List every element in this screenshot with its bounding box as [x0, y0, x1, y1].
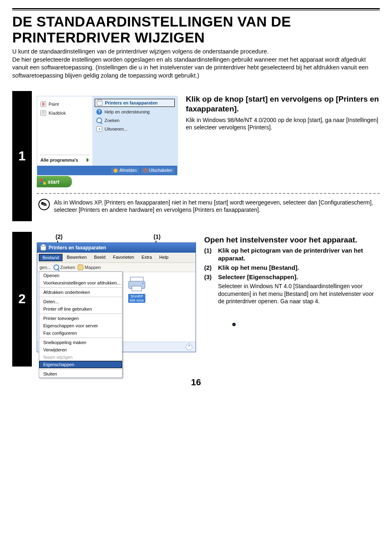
help-icon: ? [96, 109, 102, 115]
page-title: DE STANDAARDINSTELLINGEN VAN DE PRINTERD… [12, 14, 380, 45]
menu-bewerken[interactable]: Bewerken [63, 254, 90, 261]
printer-driver-icon[interactable]: SHARPMX-xxxx [128, 276, 146, 303]
step-2-title: Open het instelvenster voor het apparaat… [204, 235, 380, 245]
callout-2: (2) [56, 233, 62, 240]
folder-icon [78, 264, 83, 270]
start-label: start [48, 179, 59, 185]
chevron-up-icon: ⌃ [186, 344, 192, 350]
file-menu-item[interactable]: Eigenschappen voor server [39, 322, 122, 329]
file-menu-item[interactable]: Openen [39, 272, 122, 279]
printer-icon [97, 100, 102, 106]
toolbar: gen... Zoeken Mappen [37, 263, 196, 272]
paint-label: Paint [49, 102, 59, 107]
step-1-note-text: Als in Windows XP, [Printers en faxappar… [54, 199, 378, 213]
substep-1: (1) Klik op het pictogram van de printer… [204, 247, 380, 262]
power-icon [143, 169, 147, 173]
step-2-substeps: (1) Klik op het pictogram van de printer… [204, 247, 380, 281]
substep-text: Klik op het pictogram van de printerdriv… [218, 247, 380, 262]
file-menu-item[interactable]: Fax configureren [39, 329, 122, 337]
intro-text: U kunt de standaardinstellingen van de p… [12, 48, 380, 80]
menu-beeld[interactable]: Beeld [91, 254, 109, 261]
step-2: 2 (2) (1) Printers en faxapparaten Besta… [12, 232, 380, 367]
file-menu-dropdown: OpenenVoorkeursinstellingen voor afdrukk… [39, 271, 122, 378]
start-menu-item-search[interactable]: Zoeken [95, 117, 175, 124]
substep-label: (2) [204, 264, 216, 272]
substep-text: Selecteer [Eigenschappen]. [218, 273, 298, 281]
file-menu-item[interactable]: Afdrukken onderbreken [39, 289, 122, 296]
printer-label: SHARPMX-xxxx [128, 294, 146, 303]
step-1-desc: Klik in Windows 98/Me/NT 4.0/2000 op de … [186, 116, 380, 131]
printers-window-screenshot: (2) (1) Printers en faxapparaten Bestand… [37, 235, 196, 352]
file-menu-item[interactable]: Snelkoppeling maken [39, 339, 122, 346]
substep-label: (1) [204, 247, 216, 262]
substep-label: (3) [204, 273, 216, 281]
window-title-text: Printers en faxapparaten [49, 245, 106, 251]
top-rule [12, 8, 380, 11]
menu-bar: Bestand Bewerken Beeld Favorieten Extra … [37, 253, 196, 263]
search-label: Zoeken [105, 118, 120, 123]
callout-dot [232, 323, 236, 326]
start-button[interactable]: start [37, 176, 72, 187]
file-menu-item[interactable]: Sluiten [39, 370, 122, 378]
chevron-right-icon [87, 158, 89, 162]
step-1-title: Klik op de knop [start] en vervolgens op… [186, 94, 380, 114]
window-title: Printers en faxapparaten [37, 243, 196, 253]
menu-bestand[interactable]: Bestand [39, 254, 62, 261]
start-menu-item-paint[interactable]: Paint [40, 100, 90, 109]
substep-2: (2) Klik op het menu [Bestand]. [204, 264, 380, 272]
menu-favorieten[interactable]: Favorieten [109, 254, 137, 261]
kladblok-label: Kladblok [49, 111, 66, 116]
svg-point-3 [143, 282, 144, 284]
file-menu-item: Naam wijzigen [39, 353, 122, 361]
help-label: Help en ondersteuning [105, 109, 150, 114]
substep-text: Klik op het menu [Bestand]. [218, 264, 299, 272]
file-menu-item[interactable]: Eigenschappen [39, 361, 122, 368]
page-number: 16 [12, 377, 380, 388]
step-1-number: 1 [12, 91, 32, 221]
toolbar-search[interactable]: Zoeken [53, 264, 76, 270]
search-icon [96, 118, 102, 123]
toolbar-search-label: Zoeken [60, 265, 76, 270]
file-menu-item[interactable]: Voorkeursinstellingen voor afdrukken... [39, 279, 122, 287]
start-menu-item-kladblok[interactable]: Kladblok [40, 109, 90, 118]
file-menu-item[interactable]: Printer off line gebruiken [39, 305, 122, 313]
toolbar-item[interactable]: gen... [40, 265, 51, 270]
menu-extra[interactable]: Extra [138, 254, 155, 261]
menu-help[interactable]: Help [156, 254, 172, 261]
logoff-label: Afmelden [119, 168, 136, 173]
start-menu-item-help[interactable]: ? Help en ondersteuning [95, 108, 175, 116]
step-2-subnote: Selecteer in Windows NT 4.0 [Standaardin… [218, 282, 380, 305]
printers-fax-label: Printers en faxapparaten [105, 100, 158, 105]
printer-device-icon [128, 276, 146, 293]
search-icon [53, 264, 59, 270]
all-programs-label: Alle programma's [40, 158, 78, 162]
run-icon [96, 126, 102, 132]
key-icon [114, 169, 118, 173]
pencil-icon: ✎ [37, 197, 51, 212]
step-1-note: ✎ Als in Windows XP, [Printers en faxapp… [37, 193, 380, 221]
file-menu-item[interactable]: Delen... [39, 298, 122, 305]
step-2-number: 2 [12, 232, 32, 367]
run-label: Uitvoeren... [105, 127, 127, 131]
start-menu-screenshot: Paint Kladblok Alle programma's [37, 94, 178, 187]
svg-rect-2 [132, 286, 142, 291]
start-menu-item-printers-fax[interactable]: Printers en faxapparaten [95, 99, 175, 107]
start-menu-item-run[interactable]: Uitvoeren... [95, 125, 175, 133]
step-1: 1 Paint [12, 91, 380, 221]
printer-icon [40, 245, 46, 251]
toolbar-folders[interactable]: Mappen [78, 264, 101, 270]
file-menu-item[interactable]: Printer toevoegen [39, 315, 122, 322]
logoff-button[interactable]: Afmelden [111, 167, 139, 173]
callout-1: (1) [154, 233, 160, 240]
paint-icon [40, 101, 46, 107]
notepad-icon [40, 110, 46, 116]
substep-3: (3) Selecteer [Eigenschappen]. [204, 273, 380, 281]
windows-icon [40, 179, 46, 184]
shutdown-button[interactable]: Uitschakelen [141, 167, 175, 173]
file-menu-item[interactable]: Verwijderen [39, 346, 122, 353]
shutdown-label: Uitschakelen [149, 168, 172, 173]
toolbar-folders-label: Mappen [85, 265, 101, 270]
start-menu-all-programs[interactable]: Alle programma's [40, 155, 90, 164]
